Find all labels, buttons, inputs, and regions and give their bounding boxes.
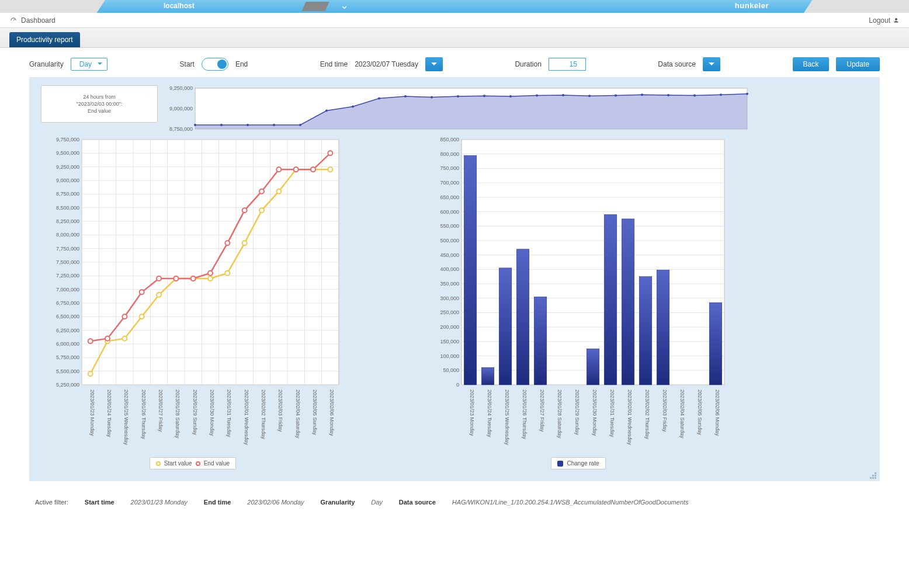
change-rate-bar-chart: 050,000100,000150,000200,000250,000300,0…: [426, 137, 730, 452]
svg-point-112: [122, 314, 127, 319]
host-label: localhost: [164, 2, 195, 10]
start-label: Start: [180, 60, 195, 68]
footer-start-time-label: Start time: [85, 499, 115, 506]
svg-point-17: [536, 95, 538, 97]
end-time-dropdown[interactable]: [425, 57, 443, 71]
svg-text:7,250,000: 7,250,000: [56, 273, 79, 279]
svg-text:150,000: 150,000: [440, 339, 459, 345]
svg-point-113: [140, 290, 144, 294]
svg-text:2023/01/31 Tuesday: 2023/01/31 Tuesday: [609, 389, 615, 437]
svg-text:2023/01/24 Tuesday: 2023/01/24 Tuesday: [487, 389, 492, 437]
svg-point-20: [615, 95, 617, 97]
svg-point-23: [693, 95, 696, 97]
svg-text:5,750,000: 5,750,000: [56, 354, 79, 360]
svg-point-4: [194, 124, 196, 126]
svg-point-114: [157, 276, 161, 281]
svg-text:2023/01/29 Sunday: 2023/01/29 Sunday: [192, 389, 198, 436]
svg-point-24: [720, 93, 722, 96]
duration-input[interactable]: 15: [549, 58, 586, 71]
brand-label: hunkeler: [735, 1, 769, 10]
svg-text:6,500,000: 6,500,000: [56, 314, 79, 319]
svg-text:0: 0: [456, 382, 459, 388]
svg-text:750,000: 750,000: [440, 165, 459, 171]
svg-text:2023/01/28 Saturday: 2023/01/28 Saturday: [557, 389, 563, 439]
svg-rect-164: [499, 268, 512, 385]
user-icon: [893, 17, 900, 24]
svg-rect-169: [622, 219, 634, 385]
svg-point-5: [220, 124, 223, 126]
svg-point-22: [667, 94, 669, 96]
svg-point-105: [259, 208, 264, 213]
datasource-dropdown[interactable]: [703, 57, 720, 71]
charts-panel: 24 hours from "2023/02/03 00:00": End va…: [29, 77, 880, 481]
dashboard-link[interactable]: Dashboard: [9, 16, 55, 25]
svg-text:2023/01/30 Monday: 2023/01/30 Monday: [209, 389, 215, 436]
svg-point-115: [174, 276, 178, 281]
svg-rect-172: [709, 302, 722, 385]
svg-point-119: [242, 208, 247, 213]
granularity-select[interactable]: Day: [71, 58, 107, 71]
svg-text:2023/02/06 Monday: 2023/02/06 Monday: [714, 389, 720, 436]
svg-text:2023/01/31 Tuesday: 2023/01/31 Tuesday: [226, 389, 232, 437]
update-button[interactable]: Update: [836, 57, 880, 71]
svg-text:100,000: 100,000: [440, 353, 459, 359]
info-box: 24 hours from "2023/02/03 00:00": End va…: [41, 85, 158, 123]
svg-point-10: [352, 106, 354, 108]
svg-point-99: [157, 293, 161, 297]
chevron-down-icon[interactable]: ⌄: [340, 0, 349, 12]
svg-point-98: [140, 314, 144, 319]
svg-point-16: [509, 95, 512, 98]
svg-point-25: [746, 93, 748, 95]
svg-text:250,000: 250,000: [440, 309, 459, 315]
svg-text:5,250,000: 5,250,000: [56, 382, 79, 388]
tab-productivity-report[interactable]: Productivity report: [9, 32, 80, 47]
svg-text:2023/02/02 Thursday: 2023/02/02 Thursday: [261, 389, 266, 439]
svg-text:2023/01/29 Sunday: 2023/01/29 Sunday: [574, 389, 580, 436]
svg-text:2023/02/02 Thursday: 2023/02/02 Thursday: [644, 389, 650, 439]
svg-point-110: [88, 339, 93, 343]
svg-text:6,250,000: 6,250,000: [56, 328, 79, 333]
svg-text:400,000: 400,000: [440, 266, 459, 272]
tab-bar: Productivity report: [0, 28, 909, 48]
svg-point-13: [431, 96, 433, 98]
overview-chart: 8,750,0009,000,0009,250,000: [166, 85, 750, 132]
svg-text:2023/01/24 Tuesday: 2023/01/24 Tuesday: [106, 389, 112, 437]
svg-text:2023/02/04 Saturday: 2023/02/04 Saturday: [295, 389, 301, 439]
resize-grip-icon[interactable]: [869, 472, 876, 479]
svg-point-7: [273, 124, 275, 126]
svg-point-104: [242, 241, 247, 245]
change-rate-marker-icon: [557, 461, 563, 467]
svg-text:9,250,000: 9,250,000: [56, 164, 79, 170]
svg-rect-165: [516, 249, 529, 385]
svg-rect-166: [534, 297, 547, 385]
footer-start-time-value: 2023/01/23 Monday: [131, 499, 188, 506]
granularity-label: Granularity: [29, 60, 64, 68]
svg-text:550,000: 550,000: [440, 223, 459, 229]
breadcrumb-row: Dashboard Logout: [0, 13, 909, 28]
logout-link[interactable]: Logout: [869, 16, 900, 25]
svg-text:9,000,000: 9,000,000: [169, 106, 193, 112]
start-end-toggle[interactable]: [202, 58, 228, 71]
footer-datasource-value: HAG/WIKON1/Line_1/10.200.254.1/WSB_Accum…: [452, 499, 689, 506]
end-time-value: 2023/02/07 Tuesday: [355, 60, 418, 68]
svg-text:9,250,000: 9,250,000: [169, 85, 193, 91]
duration-label: Duration: [515, 60, 541, 68]
svg-text:8,500,000: 8,500,000: [56, 205, 79, 211]
footer-granularity-value: Day: [371, 499, 383, 506]
svg-text:500,000: 500,000: [440, 238, 459, 243]
svg-text:2023/02/05 Sunday: 2023/02/05 Sunday: [312, 389, 318, 436]
svg-text:600,000: 600,000: [440, 209, 459, 215]
svg-point-116: [191, 276, 196, 281]
svg-text:8,000,000: 8,000,000: [56, 232, 79, 238]
svg-rect-167: [587, 349, 599, 385]
svg-point-9: [325, 110, 328, 112]
gauge-icon: [9, 16, 18, 25]
svg-text:2023/02/01 Wednesday: 2023/02/01 Wednesday: [244, 389, 249, 445]
footer-datasource-label: Data source: [399, 499, 436, 506]
svg-point-121: [276, 167, 281, 172]
svg-point-106: [276, 189, 281, 194]
svg-point-102: [208, 276, 213, 281]
svg-text:7,000,000: 7,000,000: [56, 287, 79, 293]
svg-text:7,750,000: 7,750,000: [56, 246, 79, 252]
back-button[interactable]: Back: [793, 57, 830, 71]
